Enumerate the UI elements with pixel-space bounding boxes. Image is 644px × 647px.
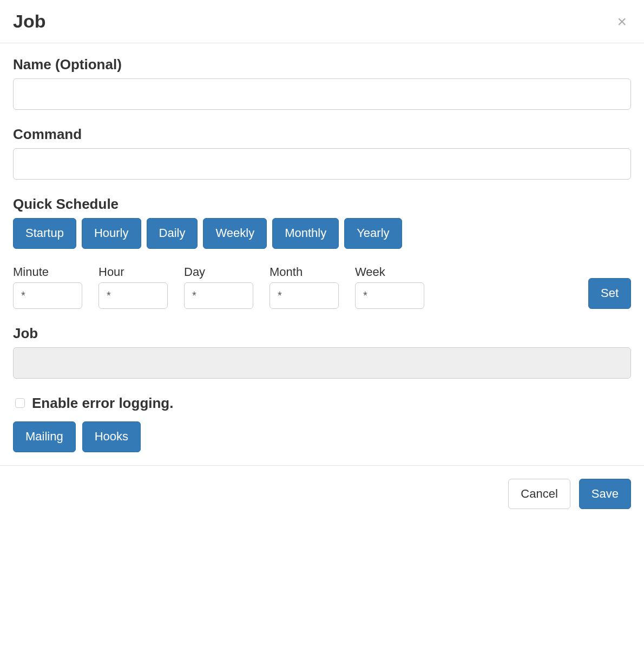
cron-group: Minute Hour Day Month Week — [13, 265, 631, 309]
quick-schedule-weekly-button[interactable]: Weekly — [203, 218, 267, 249]
quick-schedule-monthly-button[interactable]: Monthly — [272, 218, 339, 249]
name-group: Name (Optional) — [13, 56, 631, 110]
mailing-button[interactable]: Mailing — [13, 421, 76, 452]
cron-day-input[interactable] — [184, 282, 253, 309]
cron-week-label: Week — [355, 265, 424, 279]
cron-set-button[interactable]: Set — [588, 278, 631, 309]
quick-schedule-daily-button[interactable]: Daily — [147, 218, 198, 249]
name-input[interactable] — [13, 78, 631, 110]
cron-week-input[interactable] — [355, 282, 424, 309]
quick-schedule-yearly-button[interactable]: Yearly — [344, 218, 402, 249]
quick-schedule-label: Quick Schedule — [13, 196, 631, 213]
cron-hour-label: Hour — [98, 265, 168, 279]
close-icon: × — [617, 12, 627, 30]
cron-month-col: Month — [270, 265, 339, 309]
modal-footer: Cancel Save — [0, 465, 644, 510]
cron-hour-input[interactable] — [98, 282, 168, 309]
cancel-button[interactable]: Cancel — [508, 479, 570, 510]
modal-header: Job × — [0, 0, 644, 43]
cron-week-col: Week — [355, 265, 424, 309]
modal-body: Name (Optional) Command Quick Schedule S… — [0, 43, 644, 465]
cron-day-col: Day — [184, 265, 253, 309]
cron-month-input[interactable] — [270, 282, 339, 309]
quick-schedule-group: Quick Schedule Startup Hourly Daily Week… — [13, 196, 631, 249]
cron-minute-input[interactable] — [13, 282, 82, 309]
error-logging-label: Enable error logging. — [32, 395, 173, 412]
cron-minute-label: Minute — [13, 265, 82, 279]
job-output-group: Job — [13, 325, 631, 379]
job-output-input — [13, 347, 631, 379]
save-button[interactable]: Save — [579, 479, 631, 510]
job-modal: Job × Name (Optional) Command Quick Sche… — [0, 0, 644, 509]
extra-buttons: Mailing Hooks — [13, 421, 631, 452]
cron-minute-col: Minute — [13, 265, 82, 309]
hooks-button[interactable]: Hooks — [82, 421, 141, 452]
error-logging-row: Enable error logging. — [13, 395, 631, 412]
close-button[interactable]: × — [613, 11, 631, 32]
modal-title: Job — [13, 11, 45, 32]
command-input[interactable] — [13, 148, 631, 180]
error-logging-checkbox[interactable] — [15, 398, 25, 408]
cron-hour-col: Hour — [98, 265, 168, 309]
cron-month-label: Month — [270, 265, 339, 279]
cron-day-label: Day — [184, 265, 253, 279]
command-label: Command — [13, 126, 631, 143]
job-output-label: Job — [13, 325, 631, 342]
name-label: Name (Optional) — [13, 56, 631, 73]
quick-schedule-startup-button[interactable]: Startup — [13, 218, 76, 249]
quick-schedule-hourly-button[interactable]: Hourly — [82, 218, 141, 249]
command-group: Command — [13, 126, 631, 180]
